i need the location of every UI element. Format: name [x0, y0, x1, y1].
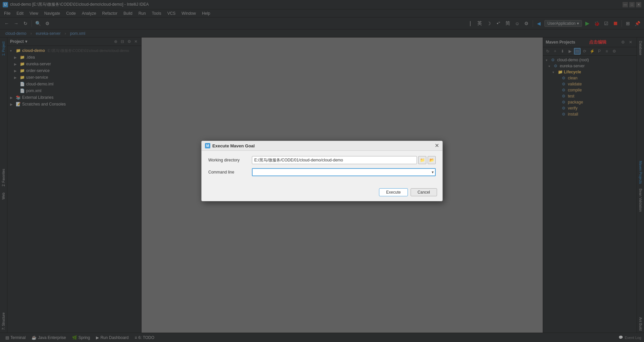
execute-button[interactable]: Execute [379, 188, 408, 196]
dialog-content: Working directory 📁 📂 Command line [202, 151, 442, 186]
working-dir-label: Working directory [208, 158, 252, 162]
working-dir-browse-btn[interactable]: 📁 [418, 156, 426, 164]
cancel-button[interactable]: Cancel [411, 188, 437, 196]
dialog-title: M Execute Maven Goal [205, 143, 255, 148]
dialog-title-bar: M Execute Maven Goal ✕ [202, 141, 442, 151]
dialog-icon: M [205, 143, 210, 148]
dialog-close-button[interactable]: ✕ [435, 143, 439, 148]
dialog-buttons: Execute Cancel [202, 186, 442, 201]
dialog-icon-text: M [206, 144, 209, 148]
working-dir-row: Working directory 📁 📂 [208, 156, 436, 164]
working-dir-input[interactable] [252, 156, 417, 164]
working-dir-input-wrap: 📁 📂 [252, 156, 436, 164]
command-line-row: Command line [208, 168, 436, 176]
dialog-title-text: Execute Maven Goal [212, 143, 255, 148]
execute-maven-dialog: M Execute Maven Goal ✕ Working directory… [201, 141, 443, 201]
working-dir-folder-btn[interactable]: 📂 [428, 156, 436, 164]
dialog-overlay: M Execute Maven Goal ✕ Working directory… [0, 0, 644, 342]
command-line-label: Command line [208, 170, 252, 175]
command-line-input[interactable] [252, 168, 436, 176]
command-line-select-wrap [252, 168, 436, 176]
